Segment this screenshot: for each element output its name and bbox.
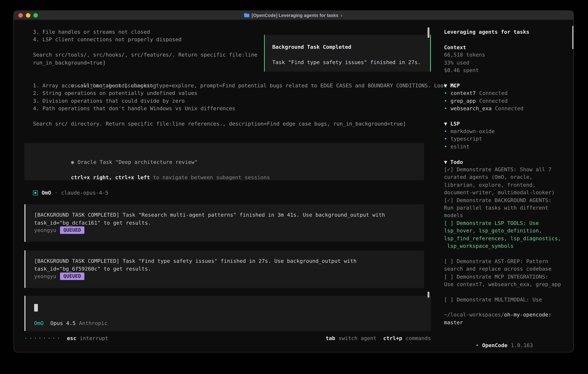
message-block: [BACKGROUND TASK COMPLETED] Task "Resear…	[24, 205, 424, 242]
lsp-name: markdown-oxide	[451, 128, 495, 134]
context-used: 33% used	[444, 59, 572, 66]
bullet-icon: •	[444, 144, 447, 149]
mcp-name: websearch_exa	[451, 105, 492, 111]
output-line	[33, 112, 431, 120]
oracle-hint-line: ctrl+x right, ctrl+x leftto navigate bet…	[33, 166, 416, 174]
agent-icon	[33, 190, 38, 195]
main-scrollbar-thumb[interactable]	[428, 27, 430, 38]
mcp-status: Connected	[495, 105, 524, 111]
context-section: Context 66,518 tokens 33% used $0.46 spe…	[444, 43, 572, 74]
session-title: Leveraging agents for tasks	[444, 28, 572, 36]
folder-icon	[244, 13, 249, 17]
mcp-status: Connected	[479, 90, 508, 96]
tool-call-args: [subagent_type=explore, prompt=Find pote…	[124, 83, 459, 88]
todo-heading[interactable]: ▼ Todo	[444, 158, 572, 166]
app-name: OpenCode	[482, 342, 507, 348]
spinner-dots: ········	[24, 334, 62, 342]
mcp-item: •websearch_exaConnected	[444, 104, 572, 112]
output-line: Search src/ directory. Return specific f…	[33, 120, 431, 128]
bullet-icon: •	[444, 136, 447, 142]
mcp-status: Connected	[479, 98, 508, 104]
context-tokens: 66,518 tokens	[444, 51, 572, 59]
oracle-task-title: Oracle Task "Deep architecture review"	[77, 159, 198, 165]
traffic-lights	[18, 11, 38, 20]
window-title-text: [OpenCode] Leveraging agents for tasks	[252, 13, 338, 18]
message-user: yeongyu	[34, 273, 56, 280]
agent-model: claude-opus-4-5	[61, 189, 108, 197]
todo-item: [ ] Demonstrate MCP INTEGRATIONS: Use co…	[444, 273, 572, 288]
app-version-footer: •OpenCode1.0.163	[444, 334, 533, 342]
lsp-heading[interactable]: ▼ LSP	[444, 120, 572, 128]
main-scrollbar-thumb-lower[interactable]	[428, 291, 430, 298]
todo-item: [ ] Demonstrate MULTIMODAL: Use	[444, 296, 572, 303]
prompt-input[interactable]: OmO Opus 4.5 Anthropic	[24, 296, 431, 331]
lsp-name: typescript	[451, 136, 482, 142]
message-text-line: task_id="bg_6f59260c" to get results.	[34, 265, 416, 273]
lsp-item: •typescript	[444, 135, 572, 143]
message-meta: yeongyu QUEUED	[34, 273, 416, 280]
output-line: 3. Division operations that could divide…	[33, 97, 431, 104]
output-line: 2. String operations on potentially unde…	[33, 89, 431, 97]
lsp-section: ▼ LSP •markdown-oxide •typescript •eslin…	[444, 120, 572, 150]
todo-section: ▼ Todo [✓] Demonstrate AGENTS: Show all …	[444, 158, 572, 303]
message-user: yeongyu	[34, 227, 56, 234]
zoom-button[interactable]	[33, 13, 38, 17]
agent-header: OmO · claude-opus-4-5	[24, 189, 431, 197]
message-block: [BACKGROUND TASK COMPLETED] Task "Find t…	[24, 251, 424, 288]
toast-notification: Background Task Completed Task "Find typ…	[264, 35, 431, 72]
tab-key-hint: tab	[326, 334, 335, 342]
mcp-item: •grep_appConnected	[444, 97, 572, 104]
workspace-path: ~/local-workspaces/oh-my-opencode: maste…	[444, 311, 572, 326]
todo-list: [✓] Demonstrate AGENTS: Show all 7 curat…	[444, 166, 572, 303]
mcp-section: ▼ MCP •context7Connected •grep_appConnec…	[444, 82, 572, 112]
esc-key-label: interrupt	[80, 334, 108, 342]
bullet-icon: •	[476, 342, 479, 348]
status-badge: QUEUED	[60, 273, 84, 280]
workspace-prefix: ~/local-workspaces/	[444, 312, 504, 318]
toast-body: Task "Find type safety issues" finished …	[272, 58, 430, 66]
oracle-task-panel: ◉Oracle Task "Deep architecture review" …	[24, 143, 424, 180]
todo-item: [ ] Demonstrate AST-GREP: Pattern search…	[444, 258, 572, 273]
toast-title: Background Task Completed	[272, 43, 430, 51]
titlebar[interactable]: [OpenCode] Leveraging agents for tasks ◐	[14, 11, 573, 20]
mcp-name: context7	[451, 90, 476, 96]
input-model-name: Opus 4.5	[50, 320, 76, 327]
agent-name: OmO	[42, 189, 51, 197]
mcp-heading[interactable]: ▼ MCP	[444, 82, 572, 89]
input-agent-name: OmO	[34, 320, 44, 327]
terminal-content: 3. File handles or streams not closed 4.…	[14, 20, 573, 352]
terminal-window: [OpenCode] Leveraging agents for tasks ◐…	[13, 10, 574, 353]
status-badge: QUEUED	[60, 227, 84, 234]
input-model-row: OmO Opus 4.5 Anthropic	[34, 320, 422, 327]
desktop: [OpenCode] Leveraging agents for tasks ◐…	[0, 0, 588, 374]
workspace-repo: oh-my-opencode:	[504, 312, 552, 318]
hint-shortcut: ctrl+x right, ctrl+x left	[71, 174, 150, 180]
session-status-icon: ◐	[341, 13, 343, 17]
lsp-name: eslint	[451, 144, 470, 149]
lsp-item: •eslint	[444, 143, 572, 150]
todo-item-active: [ ] Demonstrate LSP TOOLS: Use lsp_hover…	[444, 219, 572, 250]
message-text-line: [BACKGROUND TASK COMPLETED] Task "Resear…	[34, 211, 416, 219]
output-line: 4. Path operations that don't handle Win…	[33, 104, 431, 112]
fisheye-icon: ◉	[71, 159, 74, 165]
status-right: tab switch agent ctrl+p commands	[326, 334, 431, 342]
output-line: 3. File handles or streams not closed	[33, 28, 431, 36]
workspace-line: ~/local-workspaces/oh-my-opencode:	[444, 311, 572, 319]
bullet-icon: •	[444, 105, 447, 111]
window-title: [OpenCode] Leveraging agents for tasks ◐	[244, 13, 343, 18]
context-spent: $0.46 spent	[444, 66, 572, 74]
close-button[interactable]	[18, 13, 23, 17]
workspace-branch: master	[444, 319, 572, 326]
app-version: 1.0.163	[511, 342, 533, 348]
status-left: ········ esc interrupt	[24, 334, 108, 342]
sidebar-scrollbar-thumb[interactable]	[572, 26, 574, 49]
input-provider-name: Anthropic	[79, 320, 107, 327]
bullet-icon: •	[444, 90, 447, 96]
todo-item: [✓] Demonstrate AGENTS: Show all 7 curat…	[444, 166, 572, 196]
message-meta: yeongyu QUEUED	[34, 227, 416, 234]
minimize-button[interactable]	[26, 13, 30, 17]
hint-text: to navigate between subagent sessions	[153, 174, 270, 180]
tab-key-label: switch agent	[338, 334, 377, 342]
sidebar: Leveraging agents for tasks Context 66,5…	[438, 20, 572, 352]
spacer-line	[272, 51, 430, 58]
